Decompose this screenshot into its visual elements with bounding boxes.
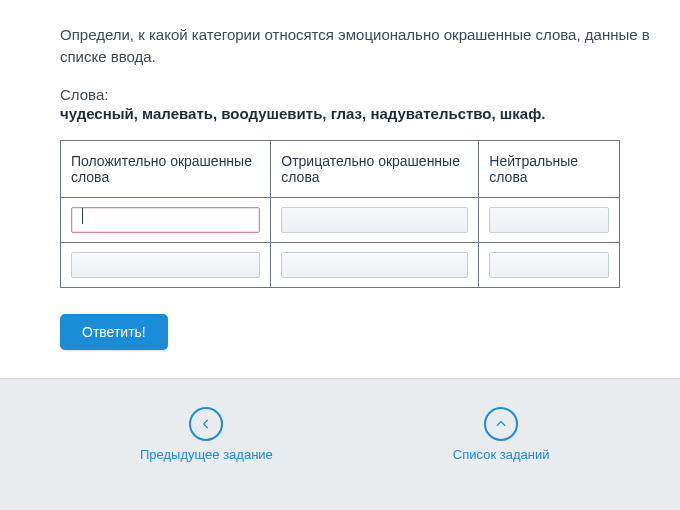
table-row — [61, 197, 620, 242]
text-cursor-icon — [82, 208, 83, 224]
input-neutral-2[interactable] — [489, 252, 609, 278]
table-header-row: Положительно окрашенные слова Отрицатель… — [61, 140, 620, 197]
header-neutral: Нейтральные слова — [479, 140, 620, 197]
task-list-label: Список заданий — [453, 447, 550, 462]
task-instruction: Определи, к какой категории относятся эм… — [60, 24, 652, 68]
header-positive: Положительно окрашенные слова — [61, 140, 271, 197]
input-negative-1[interactable] — [281, 207, 468, 233]
task-list-button[interactable]: Список заданий — [453, 407, 550, 462]
task-card: Определи, к какой категории относятся эм… — [0, 0, 680, 379]
categorization-table: Положительно окрашенные слова Отрицатель… — [60, 140, 620, 288]
header-negative: Отрицательно окрашенные слова — [271, 140, 479, 197]
prev-task-button[interactable]: Предыдущее задание — [140, 407, 273, 462]
task-navigation: Предыдущее задание Список заданий — [0, 379, 680, 462]
submit-button[interactable]: Ответить! — [60, 314, 168, 350]
input-negative-2[interactable] — [281, 252, 468, 278]
input-positive-1[interactable] — [71, 207, 260, 233]
chevron-left-icon — [189, 407, 223, 441]
input-neutral-1[interactable] — [489, 207, 609, 233]
input-positive-2[interactable] — [71, 252, 260, 278]
prev-task-label: Предыдущее задание — [140, 447, 273, 462]
words-label: Слова: — [60, 86, 652, 103]
chevron-up-icon — [484, 407, 518, 441]
table-row — [61, 242, 620, 287]
words-list: чудесный, малевать, воодушевить, глаз, н… — [60, 105, 652, 122]
